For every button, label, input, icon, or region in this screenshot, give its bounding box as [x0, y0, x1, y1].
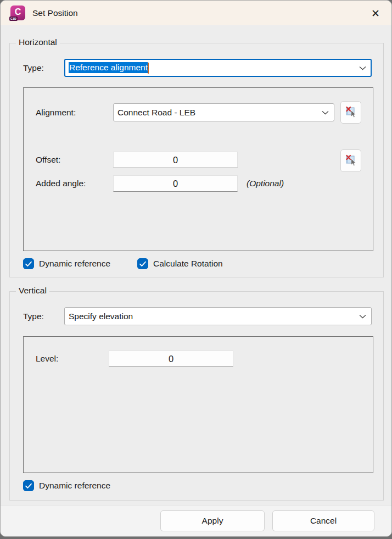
level-input[interactable] — [109, 351, 233, 367]
chevron-down-icon — [322, 110, 329, 115]
apply-button[interactable]: Apply — [160, 510, 265, 531]
app-icon-letter: C — [15, 8, 21, 16]
chevron-down-icon — [359, 314, 366, 319]
offset-input[interactable] — [113, 152, 238, 168]
horizontal-group: Horizontal Type: Reference alignment Ali… — [9, 43, 384, 277]
title-bar: C C3D Set Position ✕ — [1, 1, 391, 25]
alignment-combobox[interactable]: Connect Road - LEB — [113, 103, 334, 121]
alignment-value: Connect Road - LEB — [117, 108, 195, 118]
horizontal-type-combobox[interactable]: Reference alignment — [64, 59, 372, 77]
vertical-panel: Level: — [23, 336, 373, 473]
checkbox-label: Calculate Rotation — [153, 259, 223, 269]
text-caret — [148, 63, 149, 74]
horizontal-type-label: Type: — [23, 59, 44, 77]
checkbox-checked-icon — [23, 480, 34, 491]
alignment-pick-button[interactable] — [340, 101, 361, 124]
civil3d-app-icon: C C3D — [10, 5, 25, 20]
vertical-type-label: Type: — [23, 307, 44, 325]
added-angle-label: Added angle: — [36, 175, 86, 192]
close-icon[interactable]: ✕ — [367, 5, 384, 21]
vertical-type-combobox[interactable]: Specify elevation — [64, 307, 372, 325]
calculate-rotation-checkbox[interactable]: Calculate Rotation — [137, 258, 223, 269]
checkbox-label: Dynamic reference — [39, 259, 110, 269]
horizontal-panel: Alignment: Connect Road - LEB Offset: — [23, 87, 373, 251]
vertical-group: Vertical Type: Specify elevation Level: … — [9, 291, 384, 501]
app-icon-badge: C3D — [9, 16, 18, 21]
checkbox-label: Dynamic reference — [39, 481, 110, 491]
vertical-group-label: Vertical — [16, 286, 49, 296]
offset-pick-button[interactable] — [340, 149, 361, 172]
alignment-label: Alignment: — [36, 103, 76, 121]
offset-label: Offset: — [36, 152, 60, 168]
chevron-down-icon — [359, 66, 366, 70]
pick-in-drawing-icon — [345, 154, 357, 168]
vertical-dynamic-reference-checkbox[interactable]: Dynamic reference — [23, 480, 110, 491]
footer-button-bar: Apply Cancel — [1, 505, 391, 536]
added-angle-input[interactable] — [113, 175, 238, 192]
optional-note: (Optional) — [247, 175, 284, 192]
horizontal-type-value: Reference alignment — [69, 62, 148, 73]
set-position-dialog: C C3D Set Position ✕ Horizontal Type: Re… — [0, 0, 392, 537]
pick-in-drawing-icon — [345, 106, 357, 119]
horizontal-group-label: Horizontal — [16, 37, 60, 47]
checkbox-checked-icon — [23, 258, 34, 269]
vertical-type-value: Specify elevation — [69, 312, 133, 321]
level-label: Level: — [36, 351, 58, 367]
horizontal-dynamic-reference-checkbox[interactable]: Dynamic reference — [23, 258, 110, 269]
dialog-title: Set Position — [32, 8, 78, 18]
checkbox-checked-icon — [137, 258, 148, 269]
cancel-button[interactable]: Cancel — [272, 510, 374, 531]
